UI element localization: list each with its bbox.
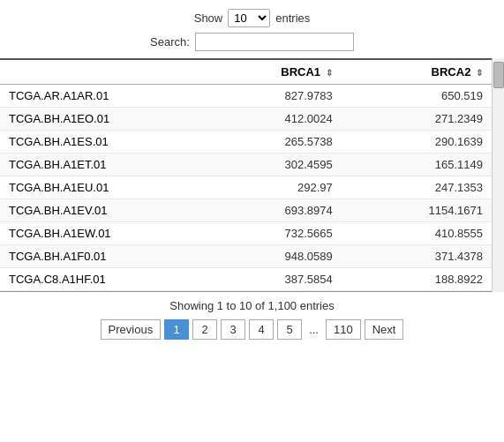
cell-sample: TCGA.BH.A1ET.01	[0, 154, 197, 176]
brca1-sort-icon: ⇕	[326, 68, 333, 78]
cell-brca1: 732.5665	[197, 222, 342, 245]
entries-select[interactable]: 10 25 50 100	[228, 9, 270, 27]
brca2-label: BRCA2	[432, 65, 471, 79]
page-button-2[interactable]: 2	[192, 319, 217, 340]
prev-button[interactable]: Previous	[101, 319, 162, 340]
table-row: TCGA.BH.A1EW.01732.5665410.8555	[0, 222, 492, 245]
cell-brca2: 271.2349	[342, 108, 492, 131]
cell-sample: TCGA.BH.A1EV.01	[0, 199, 197, 222]
cell-sample: TCGA.BH.A1EU.01	[0, 176, 197, 199]
show-label: Show	[194, 11, 223, 25]
cell-sample: TCGA.BH.A1ES.01	[0, 131, 197, 154]
cell-sample: TCGA.C8.A1HF.01	[0, 268, 197, 291]
col-header-sample	[0, 60, 197, 85]
showing-info: Showing 1 to 10 of 1,100 entries	[0, 299, 504, 312]
cell-brca1: 693.8974	[197, 199, 342, 222]
cell-sample: TCGA.AR.A1AR.01	[0, 85, 197, 108]
cell-brca2: 247.1353	[342, 176, 492, 199]
page-ellipsis: ...	[305, 323, 322, 336]
data-table-container: BRCA1 ⇕ BRCA2 ⇕ TCGA.AR.A1AR.01827.97836…	[0, 58, 492, 292]
search-input[interactable]	[195, 33, 354, 51]
cell-brca1: 387.5854	[197, 268, 342, 291]
table-row: TCGA.BH.A1EU.01292.97247.1353	[0, 176, 492, 199]
brca2-sort-icon: ⇕	[476, 68, 483, 78]
cell-brca2: 1154.1671	[342, 199, 492, 222]
table-row: TCGA.BH.A1EO.01412.0024271.2349	[0, 108, 492, 131]
table-wrapper: BRCA1 ⇕ BRCA2 ⇕ TCGA.AR.A1AR.01827.97836…	[0, 58, 504, 292]
scroll-thumb[interactable]	[493, 62, 504, 88]
page-button-5[interactable]: 5	[277, 319, 302, 340]
cell-brca1: 827.9783	[197, 85, 342, 108]
show-entries-control: Show 10 25 50 100 entries	[0, 9, 504, 27]
table-row: TCGA.BH.A1EV.01693.89741154.1671	[0, 199, 492, 222]
page-button-4[interactable]: 4	[249, 319, 274, 340]
cell-brca1: 292.97	[197, 176, 342, 199]
page-button-3[interactable]: 3	[221, 319, 245, 340]
cell-sample: TCGA.BH.A1EW.01	[0, 222, 197, 245]
table-header-row: BRCA1 ⇕ BRCA2 ⇕	[0, 60, 492, 85]
col-header-brca2[interactable]: BRCA2 ⇕	[342, 60, 492, 85]
page-button-110[interactable]: 110	[326, 319, 361, 340]
search-label: Search:	[150, 35, 190, 49]
table-row: TCGA.BH.A1F0.01948.0589371.4378	[0, 245, 492, 268]
cell-brca2: 165.1149	[342, 154, 492, 176]
cell-sample: TCGA.BH.A1EO.01	[0, 108, 197, 131]
scrollbar[interactable]	[492, 58, 504, 292]
cell-sample: TCGA.BH.A1F0.01	[0, 245, 197, 268]
cell-brca1: 265.5738	[197, 131, 342, 154]
search-row: Search:	[0, 33, 504, 51]
table-row: TCGA.C8.A1HF.01387.5854188.8922	[0, 268, 492, 291]
data-table: BRCA1 ⇕ BRCA2 ⇕ TCGA.AR.A1AR.01827.97836…	[0, 60, 492, 291]
brca1-label: BRCA1	[281, 65, 320, 79]
table-row: TCGA.BH.A1ET.01302.4595165.1149	[0, 154, 492, 176]
entries-label: entries	[275, 11, 310, 25]
next-button[interactable]: Next	[365, 319, 404, 340]
cell-brca2: 188.8922	[342, 268, 492, 291]
cell-brca1: 948.0589	[197, 245, 342, 268]
cell-brca1: 302.4595	[197, 154, 342, 176]
pagination: Previous 1 2 3 4 5 ... 110 Next	[0, 319, 504, 340]
cell-brca2: 290.1639	[342, 131, 492, 154]
cell-brca2: 371.4378	[342, 245, 492, 268]
cell-brca2: 650.519	[342, 85, 492, 108]
col-header-brca1[interactable]: BRCA1 ⇕	[197, 60, 342, 85]
table-row: TCGA.AR.A1AR.01827.9783650.519	[0, 85, 492, 108]
cell-brca2: 410.8555	[342, 222, 492, 245]
page-button-1[interactable]: 1	[164, 319, 189, 340]
cell-brca1: 412.0024	[197, 108, 342, 131]
table-row: TCGA.BH.A1ES.01265.5738290.1639	[0, 131, 492, 154]
